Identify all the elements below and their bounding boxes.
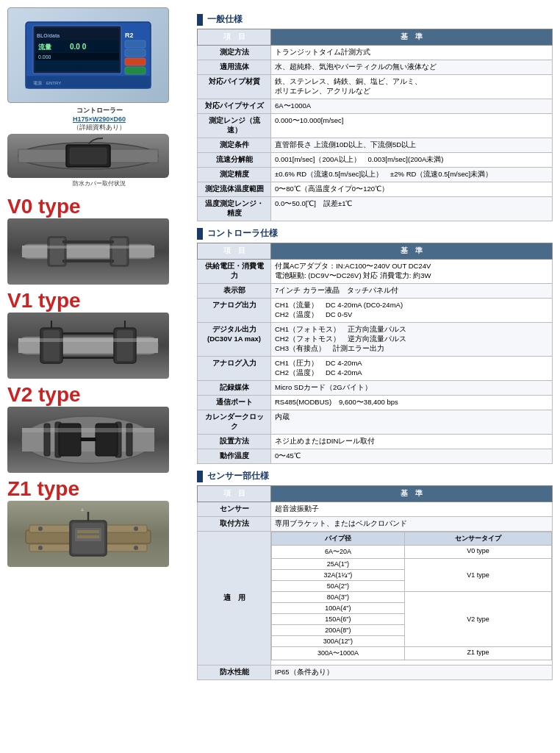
sensor-specs-title-text: センサー部仕様 bbox=[207, 470, 269, 482]
svg-rect-41 bbox=[62, 332, 114, 335]
svg-rect-36 bbox=[43, 330, 60, 361]
svg-rect-31 bbox=[62, 240, 114, 243]
svg-point-57 bbox=[38, 527, 43, 531]
item-cell: 供給電圧・消費電力 bbox=[198, 260, 271, 284]
pipe-row: 25A(1")V1 type bbox=[272, 559, 552, 570]
value-cell: 6A〜1000A bbox=[271, 99, 553, 114]
sensor-type-cell: Z1 type bbox=[404, 647, 551, 660]
value-cell: 内蔵 bbox=[271, 410, 553, 435]
item-cell: 適用流体 bbox=[198, 60, 271, 75]
item-cell: 測定レンジ（流速） bbox=[198, 114, 271, 138]
controller-specs-title: コントローラ仕様 bbox=[197, 227, 553, 240]
pipe-row: 80A(3")V2 type bbox=[272, 592, 552, 603]
waterproof-label: 防水性能 bbox=[198, 665, 271, 680]
controller-specs-body: 供給電圧・消費電力付属ACアダプタ：IN:AC100〜240V OUT DC24… bbox=[198, 260, 553, 464]
general-specs-header-row: 項 目 基 準 bbox=[198, 29, 553, 46]
item-cell: 測定精度 bbox=[198, 168, 271, 182]
pipe-row: 6A〜20AV0 type bbox=[272, 546, 552, 559]
value-cell: Micro SDカード（2Gバイト） bbox=[271, 381, 553, 396]
table-row: 測定レンジ（流速）0.000〜10.000[m/sec] bbox=[198, 114, 553, 138]
item-cell: アナログ出力 bbox=[198, 299, 271, 323]
sensor-type-header: センサータイプ bbox=[404, 532, 551, 546]
controller-image: BLO/data R2 流量 0.0 0 0.000 電源 ENTRY bbox=[7, 7, 169, 103]
v2-label: V2 type bbox=[7, 383, 191, 407]
value-cell: 超音波振動子 bbox=[271, 502, 553, 517]
pipe-size-cell: 300A〜1000A bbox=[272, 647, 405, 660]
v0-svg bbox=[15, 222, 162, 281]
table-row: 通信ポートRS485(MODBUS) 9,600〜38,400 bps bbox=[198, 396, 553, 410]
svg-rect-16 bbox=[125, 58, 146, 65]
sensor-type-cell: V1 type bbox=[404, 559, 551, 592]
sensor-specs-header-row: 項 目 基 準 bbox=[198, 486, 553, 502]
svg-rect-67 bbox=[77, 535, 99, 538]
applicability-row: 適 用パイプ径センサータイプ6A〜20AV0 type25A(1")V1 typ… bbox=[198, 532, 553, 665]
sensor-specs-table: 項 目 基 準 センサー超音波振動子取付方法専用ブラケット、またはベルクロバンド… bbox=[197, 485, 553, 680]
pipe-size-cell: 50A(2") bbox=[272, 581, 405, 592]
value-cell: 鉄、ステンレス、鋳鉄、銅、塩ビ、アルミ、 ポリエチレン、アクリルなど bbox=[271, 75, 553, 99]
sensor-clamp-caption: 防水カバー取付状況 bbox=[7, 179, 191, 188]
item-cell: 通信ポート bbox=[198, 396, 271, 410]
value-cell: 水、超純粋、気泡やパーティクルの無い液体など bbox=[271, 60, 553, 75]
value-cell: 0.000〜10.000[m/sec] bbox=[271, 114, 553, 138]
z1-label: Z1 type bbox=[7, 477, 191, 501]
pipe-size-header: パイプ径 bbox=[272, 532, 405, 546]
svg-text:流量: 流量 bbox=[38, 43, 52, 51]
right-panel: 一般仕様 項 目 基 準 測定方法トランジットタイム計測方式適用流体水、超純粋、… bbox=[197, 7, 553, 685]
value-cell: CH1（流量） DC 4-20mA (DC0-24mA) CH2（温度） DC … bbox=[271, 299, 553, 323]
table-row: アナログ出力CH1（流量） DC 4-20mA (DC0-24mA) CH2（温… bbox=[198, 299, 553, 323]
item-cell: 測定流体温度範囲 bbox=[198, 182, 271, 197]
item-cell: 設置方法 bbox=[198, 435, 271, 449]
item-cell: 測定条件 bbox=[198, 138, 271, 153]
v1-image bbox=[7, 313, 169, 379]
table-row: デジタル出力 (DC30V 1A max)CH1（フォトモス） 正方向流量パルス… bbox=[198, 323, 553, 357]
svg-rect-23 bbox=[70, 148, 107, 164]
controller-size-text: H175×W290×D60 bbox=[73, 115, 126, 123]
general-specs-col-item: 項 目 bbox=[198, 29, 271, 46]
item-cell: 記録媒体 bbox=[198, 381, 271, 396]
sensor-col-item: 項 目 bbox=[198, 486, 271, 502]
svg-rect-15 bbox=[125, 49, 146, 57]
svg-text:電源　ENTRY: 電源 ENTRY bbox=[33, 81, 61, 85]
table-row: 対応パイプサイズ6A〜1000A bbox=[198, 99, 553, 114]
svg-text:BLO/data: BLO/data bbox=[37, 33, 60, 38]
table-row: 表示部7インチ カラー液晶 タッチパネル付 bbox=[198, 284, 553, 299]
value-cell: 0.0〜50.0[℃] 誤差±1℃ bbox=[271, 197, 553, 221]
svg-rect-30 bbox=[22, 246, 154, 249]
waterproof-value: IP65（条件あり） bbox=[271, 665, 553, 680]
svg-rect-14 bbox=[125, 40, 146, 48]
value-cell: 専用ブラケット、またはベルクロバンド bbox=[271, 517, 553, 532]
applicability-label: 適 用 bbox=[198, 532, 271, 665]
svg-rect-66 bbox=[77, 530, 99, 533]
svg-text:▲: ▲ bbox=[79, 506, 85, 513]
controller-specs-table: 項 目 基 準 供給電圧・消費電力付属ACアダプタ：IN:AC100〜240V … bbox=[197, 243, 553, 464]
value-cell: ネジ止めまたはDINレール取付 bbox=[271, 435, 553, 449]
item-cell: 温度測定レンジ・精度 bbox=[198, 197, 271, 221]
svg-rect-10 bbox=[35, 60, 77, 65]
controller-caption: コントローラー H175×W290×D60 （詳細資料あり） bbox=[7, 106, 191, 132]
pipe-row: 300A〜1000AZ1 type bbox=[272, 647, 552, 660]
v1-label: V1 type bbox=[7, 289, 191, 313]
pipe-size-table: パイプ径センサータイプ6A〜20AV0 type25A(1")V1 type32… bbox=[271, 532, 552, 660]
item-cell: 取付方法 bbox=[198, 517, 271, 532]
pipe-size-cell: 80A(3") bbox=[272, 592, 405, 603]
table-row: 測定方法トランジットタイム計測方式 bbox=[198, 46, 553, 60]
controller-svg: BLO/data R2 流量 0.0 0 0.000 電源 ENTRY bbox=[22, 18, 154, 92]
z1-image: ▲ bbox=[7, 501, 169, 567]
value-cell: ±0.6% RD（流速0.5[m/sec]以上） ±2% RD（流速0.5[m/… bbox=[271, 168, 553, 182]
item-cell: デジタル出力 (DC30V 1A max) bbox=[198, 323, 271, 357]
svg-rect-43 bbox=[18, 338, 158, 342]
v2-type-section: V2 type bbox=[7, 383, 191, 473]
v0-image bbox=[7, 218, 169, 285]
sensor-type-cell: V0 type bbox=[404, 546, 551, 559]
pipe-size-cell: 100A(4") bbox=[272, 603, 405, 614]
svg-text:0.0 0: 0.0 0 bbox=[70, 43, 87, 51]
table-row: 流速分解能0.001[m/sec]（200A以上） 0.003[m/sec](2… bbox=[198, 153, 553, 168]
value-cell: 直管部長さ 上流側10D以上、下流側5D以上 bbox=[271, 138, 553, 153]
left-panel: BLO/data R2 流量 0.0 0 0.000 電源 ENTRY コントロ… bbox=[7, 7, 191, 571]
sensor-type-cell: V2 type bbox=[404, 592, 551, 647]
table-row: 適用流体水、超純粋、気泡やパーティクルの無い液体など bbox=[198, 60, 553, 75]
table-row: 動作温度0〜45℃ bbox=[198, 449, 553, 464]
value-cell: CH1（フォトモス） 正方向流量パルス CH2（フォトモス） 逆方向流量パルス … bbox=[271, 323, 553, 357]
controller-caption-text: コントローラー bbox=[76, 107, 123, 114]
item-cell: アナログ入力 bbox=[198, 357, 271, 381]
